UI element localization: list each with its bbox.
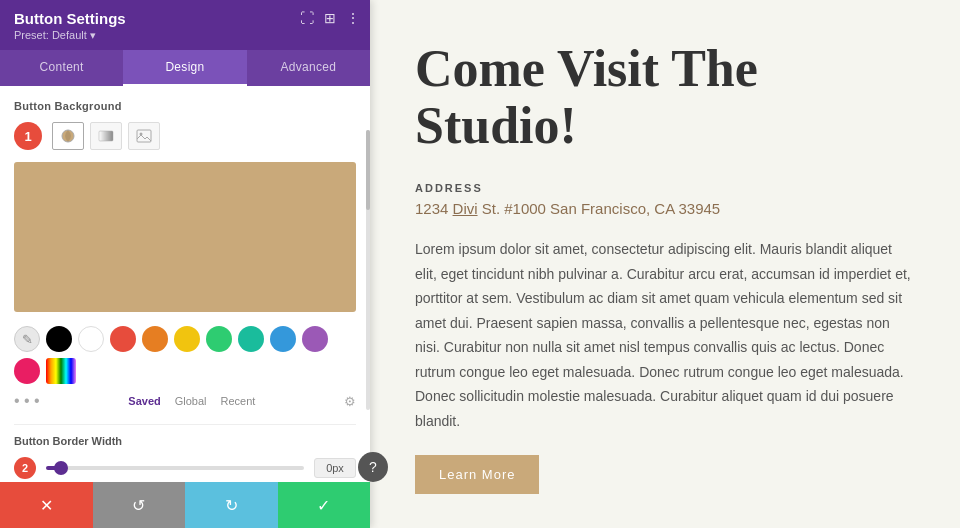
- left-panel: Button Settings Preset: Default ▾ ⛶ ⊞ ⋮ …: [0, 0, 370, 528]
- body-text: Lorem ipsum dolor sit amet, consectetur …: [415, 237, 915, 433]
- eyedropper-swatch[interactable]: ✎: [14, 326, 40, 352]
- grid-icon[interactable]: ⊞: [324, 10, 336, 26]
- confirm-icon: ✓: [317, 496, 330, 515]
- cancel-button[interactable]: ✕: [0, 482, 93, 528]
- swatch-white[interactable]: [78, 326, 104, 352]
- help-icon[interactable]: ?: [358, 452, 388, 482]
- panel-content: Button Background 1: [0, 86, 370, 482]
- swatch-tab-saved[interactable]: Saved: [128, 395, 160, 407]
- color-preview: [14, 162, 356, 312]
- swatch-tab-recent[interactable]: Recent: [221, 395, 256, 407]
- rainbow-bar[interactable]: [46, 358, 76, 384]
- tab-content[interactable]: Content: [0, 50, 123, 86]
- gear-icon[interactable]: ⚙: [344, 394, 356, 409]
- button-background-label: Button Background: [14, 100, 356, 112]
- address-label: ADDRESS: [415, 182, 915, 194]
- panel-tabs: Content Design Advanced: [0, 50, 370, 86]
- circle-badge-1: 1: [14, 122, 42, 150]
- swatch-tabs: Saved Global Recent: [128, 395, 255, 407]
- tab-design[interactable]: Design: [123, 50, 246, 86]
- swatch-teal[interactable]: [238, 326, 264, 352]
- scroll-indicator: [366, 130, 370, 410]
- confirm-button[interactable]: ✓: [278, 482, 371, 528]
- cancel-icon: ✕: [40, 496, 53, 515]
- svg-rect-1: [99, 131, 113, 141]
- section-divider: [14, 424, 356, 425]
- swatch-green[interactable]: [206, 326, 232, 352]
- expand-icon[interactable]: ⛶: [300, 10, 314, 26]
- swatch-pink[interactable]: [14, 358, 40, 384]
- slider-thumb[interactable]: [54, 461, 68, 475]
- border-width-label: Button Border Width: [14, 435, 356, 447]
- right-panel: Come Visit The Studio! ADDRESS 1234 Divi…: [370, 0, 960, 528]
- slider-row: 2 0px: [14, 457, 356, 479]
- reset-button[interactable]: ↺: [93, 482, 186, 528]
- circle-badge-2: 2: [14, 457, 36, 479]
- dots-icon[interactable]: • • •: [14, 392, 40, 410]
- panel-header: Button Settings Preset: Default ▾ ⛶ ⊞ ⋮: [0, 0, 370, 50]
- more-icon[interactable]: ⋮: [346, 10, 360, 26]
- redo-button[interactable]: ↻: [185, 482, 278, 528]
- reset-icon: ↺: [132, 496, 145, 515]
- studio-heading-partial: Studio: [415, 524, 915, 528]
- bg-color-btn[interactable]: [52, 122, 84, 150]
- swatch-tabs-row: • • • Saved Global Recent ⚙: [14, 392, 356, 410]
- swatch-black[interactable]: [46, 326, 72, 352]
- panel-header-icons: ⛶ ⊞ ⋮: [300, 10, 360, 26]
- slider-value[interactable]: 0px: [314, 458, 356, 478]
- swatch-red[interactable]: [110, 326, 136, 352]
- swatches-row: ✎: [14, 326, 356, 384]
- address-link[interactable]: Divi: [453, 200, 478, 217]
- bg-gradient-btn[interactable]: [90, 122, 122, 150]
- swatch-yellow[interactable]: [174, 326, 200, 352]
- svg-rect-2: [137, 130, 151, 142]
- tab-advanced[interactable]: Advanced: [247, 50, 370, 86]
- bg-type-row: 1: [14, 122, 356, 150]
- learn-more-button[interactable]: Learn More: [415, 455, 539, 494]
- redo-icon: ↻: [225, 496, 238, 515]
- scroll-thumb[interactable]: [366, 130, 370, 210]
- swatch-purple[interactable]: [302, 326, 328, 352]
- swatch-blue[interactable]: [270, 326, 296, 352]
- swatch-tab-global[interactable]: Global: [175, 395, 207, 407]
- page-heading: Come Visit The Studio!: [415, 40, 915, 154]
- panel-preset[interactable]: Preset: Default ▾: [14, 29, 356, 42]
- bg-image-btn[interactable]: [128, 122, 160, 150]
- panel-footer: ✕ ↺ ↻ ✓: [0, 482, 370, 528]
- swatch-orange[interactable]: [142, 326, 168, 352]
- address-text: 1234 Divi St. #1000 San Francisco, CA 33…: [415, 200, 915, 217]
- slider-track[interactable]: [46, 466, 304, 470]
